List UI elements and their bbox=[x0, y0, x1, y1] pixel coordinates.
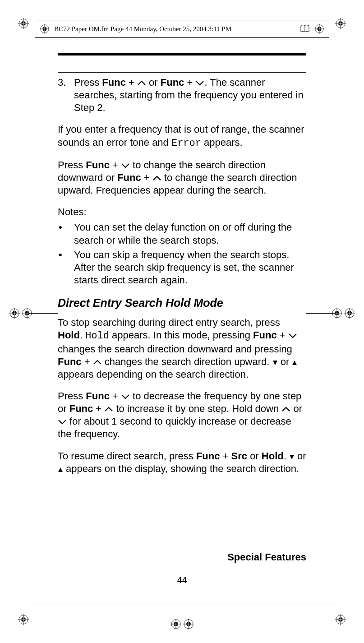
paragraph: If you enter a frequency that is out of … bbox=[58, 123, 306, 149]
crop-mark-group bbox=[332, 308, 355, 319]
crop-line bbox=[29, 603, 335, 603]
up-arrow-icon bbox=[93, 356, 102, 362]
header-text: BC72 Paper OM.fm Page 44 Monday, October… bbox=[54, 25, 231, 33]
triangle-down-icon bbox=[272, 356, 278, 361]
crop-line bbox=[306, 313, 335, 314]
down-arrow-icon bbox=[121, 390, 130, 397]
section-heading: Direct Entry Search Hold Mode bbox=[58, 296, 306, 310]
up-arrow-icon bbox=[137, 77, 146, 83]
step-text: Press Func + or Func + . The scanner sea… bbox=[74, 76, 306, 114]
crop-mark-icon bbox=[18, 614, 29, 625]
page-number: 44 bbox=[58, 575, 306, 585]
up-arrow-icon bbox=[152, 172, 161, 178]
bullet-item: • You can skip a frequency when the sear… bbox=[58, 249, 306, 287]
rule bbox=[58, 72, 306, 73]
paragraph: To resume direct search, press Func + Sr… bbox=[58, 450, 306, 475]
page-footer: Special Features 44 bbox=[58, 551, 306, 585]
crop-mark-icon bbox=[40, 24, 50, 34]
step-number: 3. bbox=[58, 76, 74, 114]
crop-mark-icon bbox=[335, 18, 346, 29]
rule bbox=[58, 53, 306, 56]
bullet-item: • You can set the delay function on or o… bbox=[58, 221, 306, 246]
footer-title: Special Features bbox=[58, 551, 306, 563]
crop-mark-icon bbox=[335, 614, 346, 625]
notes-label: Notes: bbox=[58, 206, 306, 218]
book-icon bbox=[300, 24, 310, 34]
triangle-up-icon bbox=[292, 356, 297, 361]
down-arrow-icon bbox=[288, 329, 297, 336]
triangle-up-icon bbox=[58, 463, 63, 468]
triangle-down-icon bbox=[289, 450, 295, 456]
crop-mark-group bbox=[170, 619, 194, 629]
down-arrow-icon bbox=[58, 416, 67, 422]
numbered-step: 3. Press Func + or Func + . The scanner … bbox=[58, 76, 306, 114]
crop-line bbox=[29, 40, 335, 40]
down-arrow-icon bbox=[195, 77, 204, 83]
bullet-list: • You can set the delay function on or o… bbox=[58, 221, 306, 287]
crop-line bbox=[29, 313, 58, 314]
paragraph: To stop searching during direct entry se… bbox=[58, 316, 306, 381]
framemaker-header: BC72 Paper OM.fm Page 44 Monday, October… bbox=[35, 20, 329, 38]
up-arrow-icon bbox=[281, 403, 290, 409]
paragraph: Press Func + to change the search direct… bbox=[58, 159, 306, 197]
down-arrow-icon bbox=[121, 159, 130, 166]
page-content: 3. Press Func + or Func + . The scanner … bbox=[58, 53, 306, 585]
up-arrow-icon bbox=[104, 403, 113, 409]
crop-mark-icon bbox=[314, 24, 324, 34]
crop-mark-icon bbox=[18, 18, 29, 29]
paragraph: Press Func + to decrease the frequency b… bbox=[58, 390, 306, 441]
